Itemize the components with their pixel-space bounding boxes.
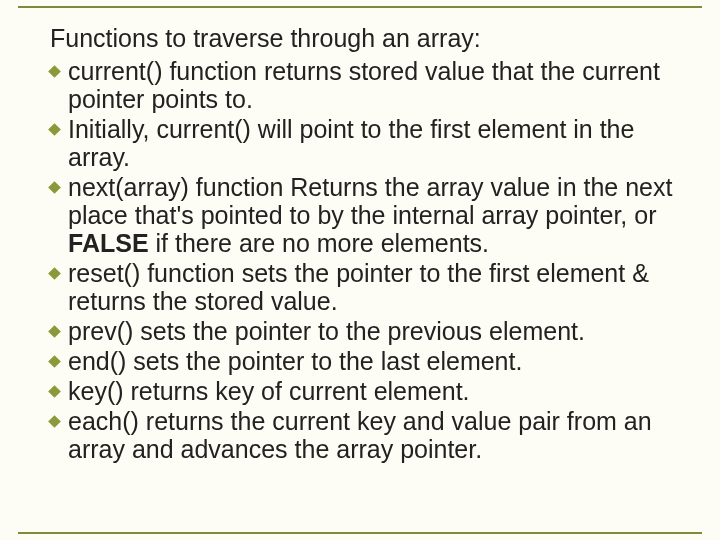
list-item: current() function returns stored value … xyxy=(50,57,684,113)
list-item-text: Initially, current() will point to the f… xyxy=(68,115,634,171)
list-item-text: each() returns the current key and value… xyxy=(68,407,652,463)
list-item-text: prev() sets the pointer to the previous … xyxy=(68,317,585,345)
top-rule xyxy=(18,6,702,8)
slide: Functions to traverse through an array: … xyxy=(0,0,720,540)
list-item: Initially, current() will point to the f… xyxy=(50,115,684,171)
list-item-text-post: if there are no more elements. xyxy=(149,229,489,257)
list-item-text-bold: FALSE xyxy=(68,229,149,257)
list-item: end() sets the pointer to the last eleme… xyxy=(50,347,684,375)
bullet-list: current() function returns stored value … xyxy=(50,57,684,463)
list-item: key() returns key of current element. xyxy=(50,377,684,405)
list-item-text: current() function returns stored value … xyxy=(68,57,660,113)
list-item: prev() sets the pointer to the previous … xyxy=(50,317,684,345)
list-item-text: key() returns key of current element. xyxy=(68,377,470,405)
list-item-text: end() sets the pointer to the last eleme… xyxy=(68,347,522,375)
bottom-rule xyxy=(18,532,702,534)
list-item: each() returns the current key and value… xyxy=(50,407,684,463)
slide-heading: Functions to traverse through an array: xyxy=(50,24,684,53)
list-item-text: reset() function sets the pointer to the… xyxy=(68,259,649,315)
list-item: reset() function sets the pointer to the… xyxy=(50,259,684,315)
list-item-text-pre: next(array) function Returns the array v… xyxy=(68,173,672,229)
list-item: next(array) function Returns the array v… xyxy=(50,173,684,257)
